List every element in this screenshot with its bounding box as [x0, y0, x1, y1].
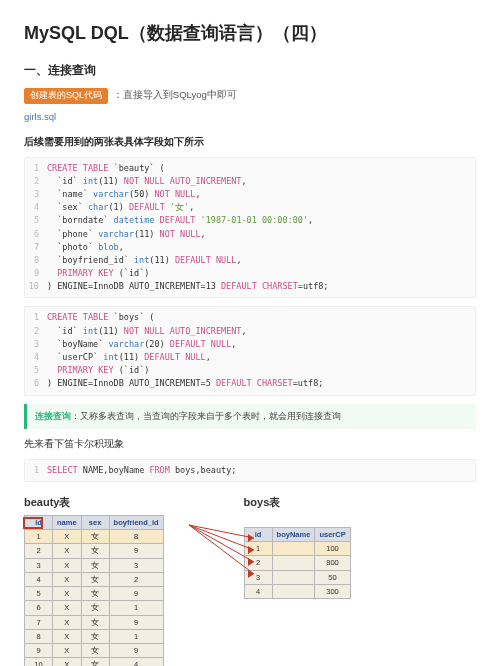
table-row: 3X女3: [25, 558, 164, 572]
code-line: 1CREATE TABLE `beauty` (: [25, 162, 475, 175]
code-block-beauty: 1CREATE TABLE `beauty` (2 `id` int(11) N…: [24, 157, 476, 299]
code-line: 6 `phone` varchar(11) NOT NULL,: [25, 228, 475, 241]
code-block-select1: 1SELECT NAME,boyName FROM boys,beauty;: [24, 459, 476, 482]
code-line: 1CREATE TABLE `boys` (: [25, 311, 475, 324]
code-line: 6) ENGINE=InnoDB AUTO_INCREMENT=5 DEFAUL…: [25, 377, 475, 390]
table-row: 2X女9: [25, 544, 164, 558]
code-line: 5 `borndate` datetime DEFAULT '1987-01-0…: [25, 214, 475, 227]
sql-tag: 创建表的SQL代码: [24, 88, 108, 104]
table-header: boyfriend_id: [109, 515, 163, 529]
table-header: id: [244, 527, 272, 541]
code-line: 7 `photo` blob,: [25, 241, 475, 254]
code-line: 1SELECT NAME,boyName FROM boys,beauty;: [25, 464, 475, 477]
section-heading: 一、连接查询: [24, 61, 476, 79]
code-line: 5 PRIMARY KEY (`id`): [25, 364, 475, 377]
callout-key: 连接查询: [35, 411, 71, 421]
tag-line: 创建表的SQL代码 ：直接导入到SQLyog中即可: [24, 87, 476, 104]
table-header: boyName: [272, 527, 315, 541]
beauty-table-wrap: beauty表 idnamesexboyfriend_id1X女82X女93X女…: [24, 490, 164, 666]
code-line: 8 `boyfriend_id` int(11) DEFAULT NULL,: [25, 254, 475, 267]
table-row: 9X女9: [25, 644, 164, 658]
table-header: name: [53, 515, 82, 529]
table-header: sex: [81, 515, 109, 529]
code-line: 2 `id` int(11) NOT NULL AUTO_INCREMENT,: [25, 325, 475, 338]
callout-text: ：又称多表查询，当查询的字段来自于多个表时，就会用到连接查询: [71, 411, 341, 421]
table-row: 350: [244, 570, 350, 584]
boys-table-wrap: boys表 idboyNameuserCP110028003504300: [244, 490, 351, 666]
code-line: 9 PRIMARY KEY (`id`): [25, 267, 475, 280]
code-block-boys: 1CREATE TABLE `boys` (2 `id` int(11) NOT…: [24, 306, 476, 395]
sql-file-link[interactable]: girls.sql: [24, 110, 476, 124]
tag-desc: ：直接导入到SQLyog中即可: [113, 89, 237, 100]
code-line: 2 `id` int(11) NOT NULL AUTO_INCREMENT,: [25, 175, 475, 188]
code-line: 10) ENGINE=InnoDB AUTO_INCREMENT=13 DEFA…: [25, 280, 475, 293]
table-header: userCP: [315, 527, 350, 541]
code-line: 3 `boyName` varchar(20) DEFAULT NULL,: [25, 338, 475, 351]
beauty-title: beauty表: [24, 494, 164, 511]
table-row: 2800: [244, 556, 350, 570]
boys-title: boys表: [244, 494, 351, 511]
table-row: 5X女9: [25, 587, 164, 601]
table-row: 1X女8: [25, 530, 164, 544]
para-cartesian-intro: 先来看下笛卡尔积现象: [24, 437, 476, 451]
table-row: 4300: [244, 584, 350, 598]
code-line: 4 `sex` char(1) DEFAULT '女',: [25, 201, 475, 214]
page-title: MySQL DQL（数据查询语言）（四）: [24, 20, 476, 47]
callout-join: 连接查询：又称多表查询，当查询的字段来自于多个表时，就会用到连接查询: [24, 404, 476, 430]
table-row: 4X女2: [25, 572, 164, 586]
beauty-table: idnamesexboyfriend_id1X女82X女93X女34X女25X女…: [24, 515, 164, 666]
code-line: 3 `name` varchar(50) NOT NULL,: [25, 188, 475, 201]
table-header: id: [25, 515, 53, 529]
table-row: 7X女9: [25, 615, 164, 629]
intro-para: 后续需要用到的两张表具体字段如下所示: [24, 134, 476, 149]
code-line: 4 `userCP` int(11) DEFAULT NULL,: [25, 351, 475, 364]
table-row: 10X女4: [25, 658, 164, 666]
table-row: 8X女1: [25, 629, 164, 643]
table-row: 6X女1: [25, 601, 164, 615]
tables-row: beauty表 idnamesexboyfriend_id1X女82X女93X女…: [24, 490, 476, 666]
table-row: 1100: [244, 542, 350, 556]
boys-table: idboyNameuserCP110028003504300: [244, 527, 351, 599]
